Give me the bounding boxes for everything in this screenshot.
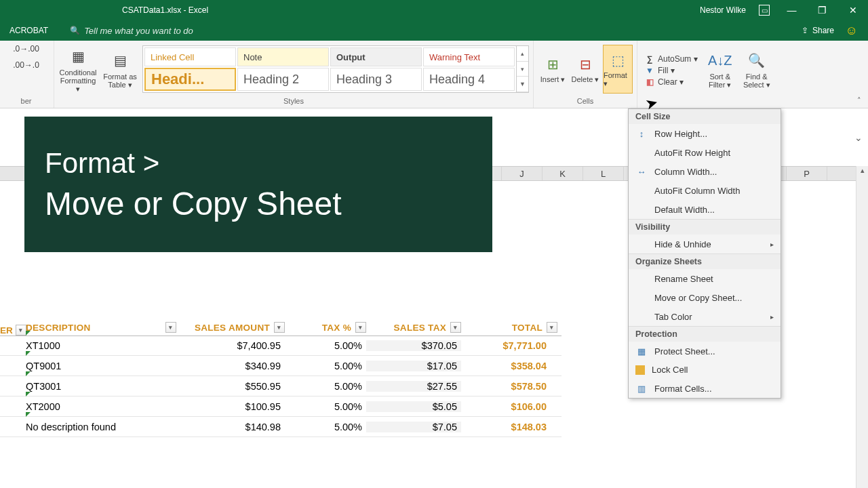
error-indicator-icon xyxy=(26,351,31,356)
menu-autofit-row[interactable]: AutoFit Row Height xyxy=(629,143,781,162)
sort-filter-button[interactable]: A↓Z Sort & Filter ▾ xyxy=(703,45,737,94)
filter-icon[interactable]: ▾ xyxy=(16,325,26,336)
style-heading-3[interactable]: Heading 3 xyxy=(330,68,422,91)
cell-description[interactable]: QT9001 xyxy=(0,361,176,371)
cell-total[interactable]: $148.03 xyxy=(461,422,561,432)
fill-button[interactable]: ▼Fill ▾ xyxy=(644,66,698,75)
styles-gallery-expand[interactable]: ▴ ▾ ▼ xyxy=(517,45,529,93)
tab-acrobat[interactable]: ACROBAT xyxy=(0,20,58,41)
share-button[interactable]: ⇪ Share xyxy=(802,26,834,35)
table-row[interactable]: QT9001$340.995.00%$17.05$358.04 xyxy=(0,356,561,376)
filter-icon[interactable]: ▾ xyxy=(355,322,366,333)
find-select-label: Find & Select ▾ xyxy=(740,73,774,89)
style-note[interactable]: Note xyxy=(237,47,329,66)
gallery-down-icon: ▾ xyxy=(517,62,528,77)
instruction-overlay: Format > Move or Copy Sheet xyxy=(24,117,492,252)
header-er-label: ER xyxy=(0,325,13,336)
col-j[interactable]: J xyxy=(502,167,542,180)
format-as-table-icon: ▤ xyxy=(109,49,131,71)
menu-tab-color[interactable]: Tab Color▸ xyxy=(629,307,781,326)
cell-sales-amount[interactable]: $100.95 xyxy=(176,401,285,412)
menu-lock-cell[interactable]: Lock Cell xyxy=(629,361,781,379)
cell-total[interactable]: $578.50 xyxy=(461,381,561,392)
cell-total[interactable]: $7,771.00 xyxy=(461,340,561,351)
filter-icon[interactable]: ▾ xyxy=(450,322,461,333)
table-row[interactable]: QT3001$550.955.00%$27.55$578.50 xyxy=(0,376,561,396)
cell-total[interactable]: $106.00 xyxy=(461,401,561,412)
restore-button[interactable]: ❐ xyxy=(807,0,837,20)
clear-label: Clear ▾ xyxy=(658,77,684,87)
format-as-table-button[interactable]: ▤ Format as Table ▾ xyxy=(100,45,140,94)
col-p[interactable]: P xyxy=(787,167,827,180)
cell-description[interactable]: No description found xyxy=(0,422,176,432)
increase-decimal-button[interactable]: .0→.00 xyxy=(10,43,42,55)
submenu-arrow-icon: ▸ xyxy=(770,313,774,321)
cell-sales-amount[interactable]: $340.99 xyxy=(176,361,285,371)
cell-tax-percent[interactable]: 5.00% xyxy=(285,340,366,351)
feedback-smiley-icon[interactable]: ☺ xyxy=(846,24,858,38)
menu-rename-sheet[interactable]: Rename Sheet xyxy=(629,269,781,288)
cell-description[interactable]: XT1000 xyxy=(0,340,176,351)
table-row[interactable]: XT1000$7,400.955.00%$370.05$7,771.00 xyxy=(0,336,561,356)
scroll-up-icon[interactable]: ▴ xyxy=(856,166,868,175)
cells-group-label: Cells xyxy=(577,96,593,106)
table-row[interactable]: No description found$140.985.00%$7.05$14… xyxy=(0,417,561,437)
delete-cells-button[interactable]: ⊟ Delete ▾ xyxy=(570,45,600,94)
find-select-button[interactable]: 🔍 Find & Select ▾ xyxy=(740,45,774,94)
filter-icon[interactable]: ▾ xyxy=(547,322,557,333)
col-l[interactable]: L xyxy=(583,167,624,180)
fill-icon: ▼ xyxy=(644,66,655,75)
decrease-decimal-button[interactable]: .00→.0 xyxy=(10,59,42,71)
cell-sales-tax[interactable]: $17.05 xyxy=(366,361,461,371)
tell-me-search[interactable]: Tell me what you want to do xyxy=(84,26,193,36)
style-heading-1[interactable]: Headi... xyxy=(144,68,236,91)
cell-tax-percent[interactable]: 5.00% xyxy=(285,422,366,432)
account-name[interactable]: Nestor Wilke xyxy=(700,5,746,15)
style-heading-4[interactable]: Heading 4 xyxy=(423,68,515,91)
menu-column-width[interactable]: ↔Column Width... xyxy=(629,162,781,181)
filter-icon[interactable]: ▾ xyxy=(274,322,285,333)
collapse-ribbon-icon[interactable]: ˄ xyxy=(857,96,861,105)
number-group-fragment: .0→.00 .00→.0 ber xyxy=(0,41,54,108)
insert-cells-button[interactable]: ⊞ Insert ▾ xyxy=(538,45,568,94)
cell-description[interactable]: XT2000 xyxy=(0,401,176,412)
style-warning-text[interactable]: Warning Text xyxy=(423,47,515,66)
filter-icon[interactable]: ▾ xyxy=(165,322,176,333)
cell-styles-gallery[interactable]: Linked Cell Note Output Warning Text Hea… xyxy=(142,45,517,93)
fill-label: Fill ▾ xyxy=(658,66,675,75)
menu-protect-sheet[interactable]: ▦Protect Sheet... xyxy=(629,342,781,361)
style-linked-cell[interactable]: Linked Cell xyxy=(144,47,236,66)
cell-tax-percent[interactable]: 5.00% xyxy=(285,381,366,392)
autosum-button[interactable]: ∑AutoSum ▾ xyxy=(644,54,698,64)
cell-sales-tax[interactable]: $27.55 xyxy=(366,381,461,392)
table-row[interactable]: XT2000$100.955.00%$5.05$106.00 xyxy=(0,396,561,417)
conditional-formatting-button[interactable]: ▦ Conditional Formatting ▾ xyxy=(58,45,98,94)
error-indicator-icon xyxy=(26,371,31,376)
cell-sales-amount[interactable]: $140.98 xyxy=(176,422,285,432)
formula-bar-expand-icon[interactable]: ⌄ xyxy=(854,132,863,143)
cell-sales-tax[interactable]: $370.05 xyxy=(366,340,461,351)
cell-sales-tax[interactable]: $5.05 xyxy=(366,401,461,412)
style-heading-2[interactable]: Heading 2 xyxy=(237,68,329,91)
menu-row-height[interactable]: ↕Row Height... xyxy=(629,124,781,143)
cell-sales-amount[interactable]: $550.95 xyxy=(176,381,285,392)
cell-tax-percent[interactable]: 5.00% xyxy=(285,401,366,412)
cell-sales-amount[interactable]: $7,400.95 xyxy=(176,340,285,351)
cell-total[interactable]: $358.04 xyxy=(461,361,561,371)
style-output[interactable]: Output xyxy=(330,47,422,66)
vertical-scrollbar[interactable]: ▴ xyxy=(856,166,868,488)
menu-format-cells[interactable]: ▥Format Cells... xyxy=(629,379,781,398)
clear-button[interactable]: ◧Clear ▾ xyxy=(644,77,698,87)
menu-autofit-column[interactable]: AutoFit Column Width xyxy=(629,181,781,200)
cell-sales-tax[interactable]: $7.05 xyxy=(366,422,461,432)
format-cells-button[interactable]: ⬚ Format ▾ xyxy=(603,45,633,94)
menu-default-width[interactable]: Default Width... xyxy=(629,200,781,219)
close-button[interactable]: ✕ xyxy=(837,0,868,20)
menu-move-copy-sheet[interactable]: Move or Copy Sheet... xyxy=(629,288,781,307)
menu-hide-unhide[interactable]: Hide & Unhide▸ xyxy=(629,235,781,253)
minimize-button[interactable]: — xyxy=(776,0,807,20)
ribbon-display-icon[interactable]: ▭ xyxy=(759,5,770,16)
cell-tax-percent[interactable]: 5.00% xyxy=(285,361,366,371)
cell-description[interactable]: QT3001 xyxy=(0,381,176,392)
col-k[interactable]: K xyxy=(542,167,583,180)
